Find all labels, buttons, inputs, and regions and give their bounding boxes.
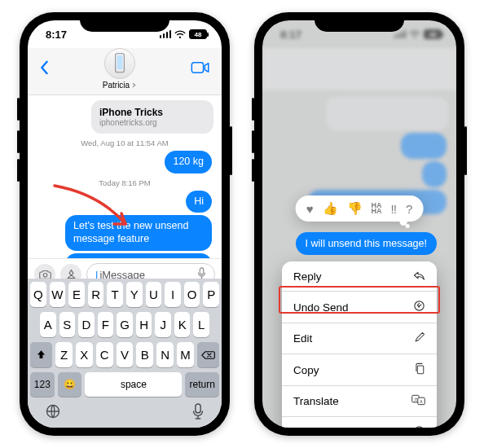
tapback-thumbs-down[interactable]: 👎 (347, 201, 363, 216)
copy-icon (414, 362, 425, 377)
svg-rect-11 (417, 366, 424, 374)
key-r[interactable]: R (88, 282, 104, 307)
key-delete[interactable] (197, 342, 219, 367)
undo-icon (413, 300, 425, 314)
key-e[interactable]: E (68, 282, 85, 307)
tapback-bar: ♥ 👍 👎 HA HA ‼︎ ? (296, 195, 424, 222)
keyboard[interactable]: QWERTYUIOP ASDFGHJKL ZXCVBNM 123 😀 space… (28, 279, 222, 428)
key-f[interactable]: F (98, 312, 114, 337)
phone-right: 8:17 48 ♥ 👍 👎 HA HA ‼︎ ? (254, 12, 464, 436)
key-shift[interactable] (30, 342, 52, 367)
tapback-haha[interactable]: HA HA (372, 203, 382, 214)
svg-text:文: 文 (414, 397, 418, 402)
wifi-icon (174, 30, 186, 39)
message-bubble[interactable]: I will unsend this message! (65, 253, 212, 259)
key-v[interactable]: V (117, 342, 134, 367)
message-bubble[interactable]: Hi (186, 191, 212, 213)
menu-undo-send[interactable]: Undo Send (282, 292, 437, 323)
key-a[interactable]: A (40, 312, 56, 337)
key-w[interactable]: W (50, 282, 66, 307)
tapback-heart[interactable]: ♥ (306, 202, 314, 216)
screen-right: 8:17 48 ♥ 👍 👎 HA HA ‼︎ ? (262, 20, 456, 428)
key-s[interactable]: S (59, 312, 76, 337)
key-c[interactable]: C (96, 342, 113, 367)
facetime-button[interactable] (186, 58, 215, 81)
link-preview-subtitle: iphonetricks.org (99, 118, 205, 127)
key-123[interactable]: 123 (30, 372, 55, 397)
battery-icon: 48 (189, 29, 207, 39)
svg-point-3 (43, 274, 47, 278)
key-return[interactable]: return (185, 372, 219, 397)
key-z[interactable]: Z (55, 342, 73, 367)
key-m[interactable]: M (177, 342, 194, 367)
edit-icon (414, 332, 425, 345)
key-b[interactable]: B (136, 342, 153, 367)
notch (315, 12, 404, 32)
reply-icon (413, 270, 425, 283)
message-list[interactable]: iPhone Tricks iphonetricks.org Wed, Aug … (28, 95, 222, 258)
message-bubble[interactable]: Let's test the new unsend message featur… (65, 215, 212, 250)
key-n[interactable]: N (156, 342, 174, 367)
key-l[interactable]: L (193, 312, 209, 337)
chat-header: Patricia (28, 48, 222, 95)
key-space[interactable]: space (85, 372, 182, 397)
key-emoji[interactable]: 😀 (58, 372, 82, 397)
notch (80, 12, 169, 32)
key-x[interactable]: X (76, 342, 93, 367)
context-menu: Reply Undo Send Edit Copy Translate 文A M… (282, 261, 437, 428)
svg-rect-4 (200, 267, 203, 274)
mic-icon[interactable] (191, 403, 205, 423)
link-preview-title: iPhone Tricks (99, 107, 205, 118)
menu-more[interactable]: More... (282, 417, 437, 428)
key-k[interactable]: K (174, 312, 191, 337)
key-p[interactable]: P (203, 282, 219, 307)
back-button[interactable] (34, 55, 54, 83)
link-preview[interactable]: iPhone Tricks iphonetricks.org (91, 100, 213, 134)
svg-point-16 (415, 427, 424, 428)
selected-message-bubble[interactable]: I will unsend this message! (296, 232, 437, 255)
key-h[interactable]: H (136, 312, 152, 337)
status-time: 8:17 (46, 29, 67, 41)
key-u[interactable]: U (146, 282, 162, 307)
message-bubble[interactable]: 120 kg (165, 151, 212, 173)
menu-reply[interactable]: Reply (282, 261, 437, 292)
screen-left: 8:17 48 Patricia (28, 20, 222, 428)
svg-rect-1 (117, 55, 123, 69)
key-d[interactable]: D (78, 312, 95, 337)
key-g[interactable]: G (117, 312, 133, 337)
globe-icon[interactable] (45, 403, 61, 423)
key-i[interactable]: I (165, 282, 181, 307)
more-icon (413, 425, 425, 428)
key-o[interactable]: O (184, 282, 200, 307)
timestamp: Wed, Aug 10 at 11:54 AM (36, 138, 213, 147)
avatar (104, 48, 135, 79)
translate-icon: 文A (411, 394, 425, 408)
tapback-thumbs-up[interactable]: 👍 (323, 201, 338, 216)
cell-signal-icon (160, 30, 172, 38)
svg-rect-2 (191, 62, 203, 72)
key-q[interactable]: Q (30, 282, 46, 307)
contact-name: Patricia (103, 81, 137, 90)
key-y[interactable]: Y (126, 282, 143, 307)
svg-rect-9 (196, 404, 200, 413)
contact-block[interactable]: Patricia (103, 48, 137, 90)
key-t[interactable]: T (107, 282, 123, 307)
key-j[interactable]: J (155, 312, 171, 337)
menu-edit[interactable]: Edit (282, 323, 437, 354)
menu-copy[interactable]: Copy (282, 354, 437, 386)
menu-translate[interactable]: Translate 文A (282, 386, 437, 417)
phone-left: 8:17 48 Patricia (20, 12, 230, 436)
tapback-exclaim[interactable]: ‼︎ (391, 202, 398, 216)
tapback-question[interactable]: ? (406, 202, 412, 216)
timestamp: Today 8:16 PM (36, 178, 213, 187)
